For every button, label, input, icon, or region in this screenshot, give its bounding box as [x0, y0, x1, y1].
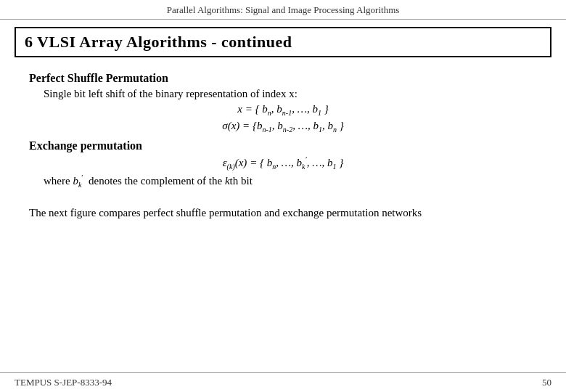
- footer-left: TEMPUS S-JEP-8333-94: [15, 377, 112, 388]
- next-figure-section: The next figure compares perfect shuffle…: [29, 205, 537, 221]
- header-title: Parallel Algorithms: Signal and Image Pr…: [167, 4, 400, 15]
- exchange-section: Exchange permutation ε(k)(x) = { bn, …, …: [29, 139, 537, 189]
- next-figure-text: The next figure compares perfect shuffle…: [29, 207, 422, 219]
- formula-2: σ(x) = {bn-1, bn-2, …, b1, bn }: [29, 120, 537, 134]
- exchange-formula: ε(k)(x) = { bn, …, bk′, …, b1 }: [29, 155, 537, 171]
- footer: TEMPUS S-JEP-8333-94 50: [0, 372, 566, 392]
- where-text: where bk′ denotes the complement of the …: [44, 173, 537, 189]
- exchange-heading: Exchange permutation: [29, 139, 537, 152]
- page-title: 6 VLSI Array Algorithms - continued: [25, 33, 292, 51]
- footer-right: 50: [542, 377, 551, 388]
- perfect-shuffle-description: Single bit left shift of the binary repr…: [44, 88, 537, 100]
- top-header: Parallel Algorithms: Signal and Image Pr…: [0, 0, 566, 20]
- perfect-shuffle-section: Perfect Shuffle Permutation Single bit l…: [29, 72, 537, 134]
- title-box: 6 VLSI Array Algorithms - continued: [15, 27, 551, 57]
- content-area: Perfect Shuffle Permutation Single bit l…: [0, 63, 566, 221]
- formula-block-1: x = { bn, bn-1, …, b1 } σ(x) = {bn-1, bn…: [29, 103, 537, 134]
- formula-1: x = { bn, bn-1, …, b1 }: [29, 103, 537, 117]
- perfect-shuffle-heading: Perfect Shuffle Permutation: [29, 72, 537, 85]
